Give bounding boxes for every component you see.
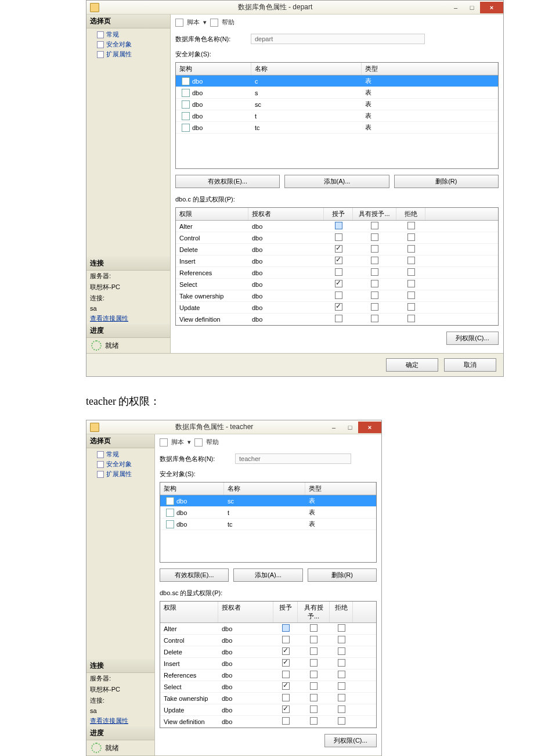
checkbox[interactable]: [335, 268, 342, 276]
deny-cell[interactable]: [396, 255, 425, 267]
grant-cell[interactable]: [273, 681, 298, 692]
deny-cell[interactable]: [396, 302, 425, 313]
table-row[interactable]: View definitiondbo: [160, 716, 376, 728]
deny-cell[interactable]: [330, 646, 353, 657]
securables-grid[interactable]: 架构 名称 类型 dboc表dbos表dbosc表dbot表dbotc表: [175, 62, 499, 169]
wgrant-cell[interactable]: [298, 623, 330, 634]
checkbox[interactable]: [338, 636, 345, 643]
sidebar-item[interactable]: 安全对象: [97, 459, 152, 469]
checkbox[interactable]: [282, 717, 290, 725]
grant-cell[interactable]: [273, 635, 298, 646]
table-row[interactable]: Controldbo: [176, 232, 498, 244]
grant-cell[interactable]: [324, 232, 353, 243]
minimize-button[interactable]: –: [448, 2, 464, 13]
checkbox[interactable]: [338, 671, 345, 678]
deny-cell[interactable]: [396, 221, 425, 232]
col-type[interactable]: 类型: [305, 483, 376, 495]
table-row[interactable]: Take ownershipdbo: [160, 693, 376, 704]
checkbox[interactable]: [335, 245, 342, 253]
wgrant-cell[interactable]: [353, 221, 396, 232]
grant-cell[interactable]: [324, 221, 353, 232]
table-row[interactable]: dbot表: [176, 110, 498, 122]
deny-cell[interactable]: [396, 290, 425, 301]
view-conn-props-link[interactable]: 查看连接属性: [90, 717, 128, 724]
maximize-button[interactable]: □: [342, 422, 358, 433]
col-perm[interactable]: 权限: [176, 208, 248, 220]
wgrant-cell[interactable]: [298, 704, 330, 715]
col-wgrant[interactable]: 具有授予...: [353, 208, 396, 220]
checkbox[interactable]: [407, 291, 415, 299]
checkbox[interactable]: [310, 659, 317, 667]
col-deny[interactable]: 拒绝: [330, 602, 353, 622]
col-name[interactable]: 名称: [224, 483, 305, 495]
checkbox[interactable]: [371, 245, 378, 253]
col-grantor[interactable]: 授权者: [248, 208, 324, 220]
checkbox[interactable]: [407, 303, 415, 311]
wgrant-cell[interactable]: [298, 693, 330, 704]
sidebar-item[interactable]: 安全对象: [97, 39, 168, 49]
checkbox[interactable]: [371, 233, 378, 241]
table-row[interactable]: dbotc表: [160, 519, 376, 530]
add-button[interactable]: 添加(A)...: [233, 568, 302, 582]
grant-cell[interactable]: [324, 255, 353, 267]
checkbox[interactable]: [371, 291, 378, 299]
help-button[interactable]: 帮助: [222, 18, 234, 27]
column-perm-button[interactable]: 列权限(C)...: [446, 332, 499, 345]
deny-cell[interactable]: [396, 232, 425, 243]
sidebar-item[interactable]: 扩展属性: [97, 49, 168, 59]
grant-cell[interactable]: [324, 302, 353, 313]
deny-cell[interactable]: [330, 716, 353, 727]
remove-button[interactable]: 删除(R): [308, 568, 377, 582]
checkbox[interactable]: [282, 682, 290, 690]
table-row[interactable]: dbot表: [160, 507, 376, 519]
table-row[interactable]: Deletedbo: [160, 646, 376, 658]
checkbox[interactable]: [310, 682, 317, 690]
securables-grid[interactable]: 架构 名称 类型 dbosc表dbot表dbotc表: [160, 482, 377, 563]
col-schema[interactable]: 架构: [176, 63, 251, 75]
col-grant[interactable]: 授予: [324, 208, 353, 220]
table-row[interactable]: dbosc表: [160, 495, 376, 507]
permissions-grid[interactable]: 权限 授权者 授予 具有授予... 拒绝 AlterdboControldboD…: [175, 207, 499, 326]
view-conn-props-link[interactable]: 查看连接属性: [90, 315, 128, 322]
checkbox[interactable]: [407, 280, 415, 287]
checkbox[interactable]: [282, 647, 290, 655]
checkbox[interactable]: [282, 694, 290, 701]
sidebar-item[interactable]: 常规: [97, 30, 168, 39]
checkbox[interactable]: [371, 222, 378, 229]
close-button[interactable]: ×: [358, 422, 381, 433]
col-grantor[interactable]: 授权者: [218, 602, 273, 622]
wgrant-cell[interactable]: [353, 290, 396, 301]
maximize-button[interactable]: □: [464, 2, 480, 13]
checkbox[interactable]: [407, 222, 415, 229]
table-row[interactable]: Selectdbo: [160, 681, 376, 693]
grant-cell[interactable]: [273, 669, 298, 681]
wgrant-cell[interactable]: [298, 681, 330, 692]
checkbox[interactable]: [282, 705, 290, 713]
table-row[interactable]: Updatedbo: [160, 704, 376, 716]
column-perm-button[interactable]: 列权限(C)...: [324, 734, 377, 747]
checkbox[interactable]: [310, 671, 317, 678]
checkbox[interactable]: [282, 671, 290, 678]
checkbox[interactable]: [338, 705, 345, 713]
checkbox[interactable]: [371, 280, 378, 287]
table-row[interactable]: dbosc表: [176, 99, 498, 110]
checkbox[interactable]: [371, 268, 378, 276]
table-row[interactable]: Referencesdbo: [176, 267, 498, 279]
checkbox[interactable]: [310, 647, 317, 655]
deny-cell[interactable]: [330, 681, 353, 692]
checkbox[interactable]: [310, 694, 317, 701]
minimize-button[interactable]: –: [326, 422, 342, 433]
checkbox[interactable]: [335, 257, 342, 264]
checkbox[interactable]: [282, 636, 290, 643]
wgrant-cell[interactable]: [353, 232, 396, 243]
col-wgrant[interactable]: 具有授予...: [298, 602, 330, 622]
grant-cell[interactable]: [273, 646, 298, 657]
checkbox[interactable]: [335, 315, 342, 322]
deny-cell[interactable]: [396, 279, 425, 290]
grant-cell[interactable]: [273, 704, 298, 715]
grant-cell[interactable]: [324, 279, 353, 290]
deny-cell[interactable]: [330, 623, 353, 634]
wgrant-cell[interactable]: [353, 244, 396, 255]
deny-cell[interactable]: [330, 635, 353, 646]
effective-perm-button[interactable]: 有效权限(E)...: [175, 175, 280, 188]
